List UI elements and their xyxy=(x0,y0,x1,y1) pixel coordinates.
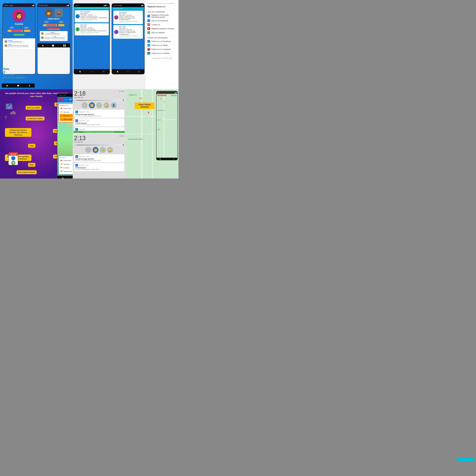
work-delivery-label: Delivery driver xyxy=(64,171,72,172)
link-contact[interactable]: ✉ Contact us xyxy=(147,23,176,26)
quick-bell-2[interactable]: 🔔 xyxy=(107,147,113,153)
notif-app-icon-1: M xyxy=(75,111,78,113)
taxi-icon: 🚕 xyxy=(10,109,16,115)
comment-2: 👩 Linda good driver, fast service and ge… xyxy=(4,44,34,48)
br-phone-status: 6:21 ▂▄▆ xyxy=(156,91,177,94)
work-bus[interactable]: 🚌 Bus driver xyxy=(60,166,73,170)
yt-icon: ▶ xyxy=(147,27,150,30)
customers-label: Customers comments xyxy=(47,28,61,30)
p4-home: ○ xyxy=(127,70,128,73)
br-map-area: Tebessa Boutique Livr... Tébessian paper… xyxy=(126,89,178,178)
trip-status-1: Trip status: Trip has been canceled xyxy=(80,18,108,20)
notif-title-2-1: Unread message detected xyxy=(75,158,123,160)
link-follow-li[interactable]: in Follow me on Linkedin xyxy=(147,52,176,54)
private-icon: 🚗 xyxy=(60,107,63,110)
delivery-label: Delivery driver xyxy=(64,119,72,120)
phone-loc-3: CNEP xyxy=(157,129,160,130)
notif-body-2-2: You have 1 friend request, please check … xyxy=(75,169,123,170)
phone5-icon-3[interactable]: 🗺 xyxy=(69,99,71,101)
phone-arrow-1: ↗ xyxy=(160,97,162,100)
recent-dist-1: Ride distance : 4194 meter xyxy=(119,14,142,16)
work-delivery[interactable]: 🚚 Delivery driver xyxy=(60,170,73,173)
website-text: Visit our website xyxy=(151,32,165,34)
work-private[interactable]: 🚗 Private driver xyxy=(60,159,73,162)
work-taxi-icon: 🚕 xyxy=(60,163,63,166)
notif-card-1-1: M Mapbook · now Unread message detected … xyxy=(74,110,124,118)
phone5-icon-2[interactable]: ⟳ xyxy=(67,99,68,101)
private-label: Private driver xyxy=(64,108,71,109)
gender-label: Gender xyxy=(24,30,30,32)
phone5-avatar: 👤 xyxy=(58,97,63,102)
phone1-time: 1:53 AM | 7.3KB/s xyxy=(4,5,13,6)
quick-battery[interactable]: 🔋 xyxy=(96,102,102,108)
gender-label-2: Gender xyxy=(58,24,65,26)
trip-card-2: 👤 Name: Karim Type: Driver Ride distance… xyxy=(75,23,109,35)
comment-avatar-2: 👩 xyxy=(4,44,8,47)
brightness-low-2: ☼ xyxy=(74,144,76,146)
quick-wifi-2[interactable]: 📶 xyxy=(93,147,99,153)
comment-status-h1: Trip status: Ride not started yet xyxy=(45,34,61,35)
trip-distance-2: Ride distance : 480 meter xyxy=(80,27,107,29)
recent-ride-1: 👤 Name: Kamilia Type: customer Ride dist… xyxy=(113,10,143,24)
hide1-label: Hide xyxy=(28,144,35,148)
phone-habib: 2:53 PM | 0.1KB/s ▂▄▆ 👨 🚗 Habib Malim 👎 … xyxy=(37,3,70,74)
br-phone-map: 6:21 ▂▄▆ Tebessa ↗ ↗ Vape Shop Alger... … xyxy=(156,91,178,160)
notif-title-1-1: Unread message detected xyxy=(75,114,123,115)
quick-music-2[interactable]: ♪ xyxy=(85,147,91,153)
driver-bus[interactable]: 🚌 Bus driver xyxy=(60,114,73,117)
phone5-map-content: Ukraine Spain Morocco Libya Tunis Niger … xyxy=(57,102,73,176)
notif-card-2-2: M Mapbook · 1m friend requests You have … xyxy=(74,163,124,171)
comment-avatar-h1: 👩 xyxy=(41,32,44,35)
link-website[interactable]: 🔗 Visit our website xyxy=(147,31,176,34)
quick-music[interactable]: ♪ xyxy=(82,102,88,108)
trip-status-2: Trip status: The trip ended successfully xyxy=(80,32,107,33)
join-community: Join our community xyxy=(147,11,176,13)
comment-author-1: Kamilia xyxy=(8,40,24,41)
taxi-icon-opt: 🚕 xyxy=(60,111,63,113)
work-taxi[interactable]: 🚕 Taxi driver xyxy=(60,162,73,166)
brightness-low: ☼ xyxy=(74,100,76,101)
quick-user[interactable]: 👤 xyxy=(111,102,117,108)
notif-app-icon-3: M xyxy=(75,128,78,131)
phone-triplog: 9:10 | 11 ▂▄▆ WiFi List of last rides an… xyxy=(74,3,110,74)
notif-app-icon-2-2: M xyxy=(75,164,78,167)
version-text: Mapbook version 1.3 xyxy=(147,6,176,8)
comment-text-2: good driver, fast service and gentleman xyxy=(8,45,28,46)
notif-header-2: 2:13 Tue, Mar 16 14.8KB/s xyxy=(74,135,124,143)
phone-map: 1:05 PM | 0.3KB/s ▂▄▆ WiFi 👤 👥 ⟳ 🗺 📋 xyxy=(57,93,73,178)
link-fb-community[interactable]: f Mapbook Community (facebook group) xyxy=(147,14,176,18)
p1-nav-back: ◼ xyxy=(6,85,8,86)
notif-body-1-2: You have 2 friend requests, please check… xyxy=(75,124,123,125)
follow-fb-text: Follow me on Facebook xyxy=(151,40,171,42)
driver-private[interactable]: 🚗 Private driver xyxy=(60,107,73,110)
trip-header-text: List of last rides and trips you have no… xyxy=(75,8,108,9)
work-box: work as a : 🚗 Private driver 🚕 Taxi driv… xyxy=(58,156,73,174)
recent-time-2: 2:46 PM Mar 16, 2021 xyxy=(119,36,142,38)
phone-road-v xyxy=(164,94,164,158)
taxi-label: Taxi driver xyxy=(64,111,69,113)
work-delivery-icon: 🚚 xyxy=(60,170,63,173)
trip-card-1: 👤 Name: Habib Malim Type: Customer Ride … xyxy=(75,10,109,22)
thumb-row: 👎 1 👍 2 xyxy=(39,21,68,23)
driver-taxi[interactable]: 🚕 Taxi driver xyxy=(60,110,73,114)
quick-bell[interactable]: 🔔 xyxy=(103,102,109,108)
link-like-fb[interactable]: f Like us on Facebook xyxy=(147,19,176,22)
phone5-icon-1[interactable]: 👥 xyxy=(64,99,66,101)
link-follow-tw[interactable]: 🐦 Follow me on Twitter xyxy=(147,44,176,47)
quick-wifi[interactable]: 📶 xyxy=(89,102,95,108)
link-follow-ig[interactable]: 📷 Follow me on Instagram xyxy=(147,48,176,51)
kamilia-name: Kamilia xyxy=(4,23,34,25)
driver-delivery[interactable]: 🚚 Delivery driver xyxy=(60,118,73,121)
habib-avatar-small: 👨 xyxy=(45,9,53,17)
phone5-statusbar: 1:05 PM | 0.3KB/s ▂▄▆ WiFi xyxy=(57,94,73,97)
nav-home: ⬤ xyxy=(52,44,54,47)
kamilia-avatar: 👩 xyxy=(12,9,26,22)
quick-battery-2[interactable]: 🔋 xyxy=(100,147,106,153)
like-count: 👍 2 xyxy=(59,21,64,23)
link-follow-fb[interactable]: f Follow me on Facebook xyxy=(147,40,176,43)
brightness-row-2: ☼ ☀ xyxy=(74,144,124,146)
link-youtube[interactable]: ▶ Mapbook tutorial on Youtube xyxy=(147,27,176,30)
notif-time-2: 2:13 Tue, Mar 16 xyxy=(74,135,85,143)
notif-app-name-2-2: Mapbook · 1m xyxy=(79,164,88,166)
comment-status-2: Trip status: The trip ended successfully xyxy=(8,46,28,48)
